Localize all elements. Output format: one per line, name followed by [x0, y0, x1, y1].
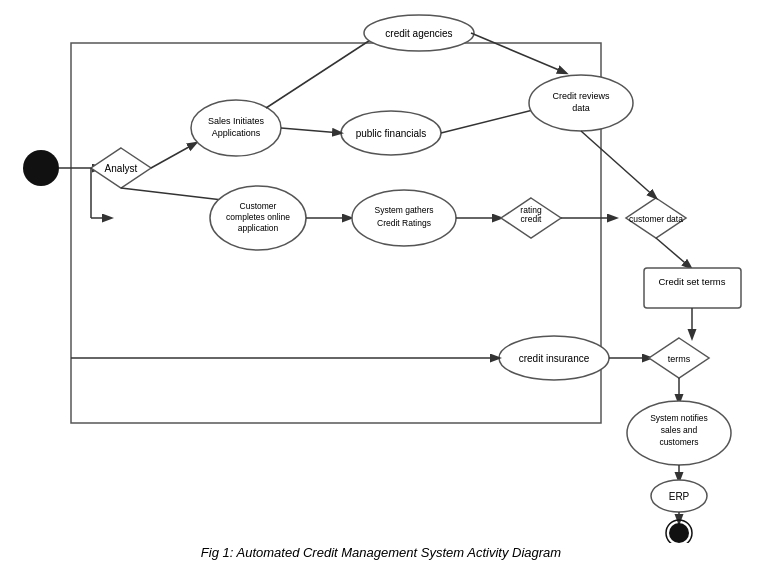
- system-gathers-label: System gathers: [374, 205, 433, 215]
- customer-data-label: customer data: [629, 214, 683, 224]
- credit-set-terms-node: [644, 268, 741, 308]
- svg-text:Applications: Applications: [212, 128, 261, 138]
- svg-line-17: [581, 131, 656, 198]
- end-node: [669, 523, 689, 543]
- figure-caption: Fig 1: Automated Credit Management Syste…: [201, 545, 561, 560]
- analyst-label: Analyst: [105, 163, 138, 174]
- credit-reviews-label: Credit reviews: [552, 91, 610, 101]
- svg-line-18: [656, 238, 691, 268]
- credit-agencies-label: credit agencies: [385, 28, 452, 39]
- erp-label: ERP: [669, 491, 690, 502]
- svg-line-7: [281, 128, 341, 133]
- system-notifies-label: System notifies: [650, 413, 708, 423]
- svg-text:application: application: [238, 223, 279, 233]
- svg-line-4: [266, 33, 381, 108]
- credit-set-terms-label: Credit set terms: [658, 276, 725, 287]
- svg-text:completes online: completes online: [226, 212, 290, 222]
- svg-text:rating: rating: [520, 205, 542, 215]
- svg-text:data: data: [572, 103, 590, 113]
- credit-rating-label: credit: [521, 214, 542, 224]
- svg-text:sales and: sales and: [661, 425, 698, 435]
- start-node: [23, 150, 59, 186]
- public-financials-label: public financials: [356, 128, 427, 139]
- svg-line-6: [441, 108, 541, 133]
- svg-line-2: [151, 143, 196, 168]
- credit-insurance-label: credit insurance: [519, 353, 590, 364]
- sales-label: Sales Initiates: [208, 116, 265, 126]
- svg-text:Credit Ratings: Credit Ratings: [377, 218, 431, 228]
- terms-label: terms: [668, 354, 691, 364]
- svg-line-9: [121, 188, 231, 201]
- customer-label: Customer: [240, 201, 277, 211]
- diagram-container: Analyst Sales Initiates Applications cre…: [11, 13, 751, 543]
- svg-line-5: [471, 33, 566, 73]
- svg-text:customers: customers: [659, 437, 698, 447]
